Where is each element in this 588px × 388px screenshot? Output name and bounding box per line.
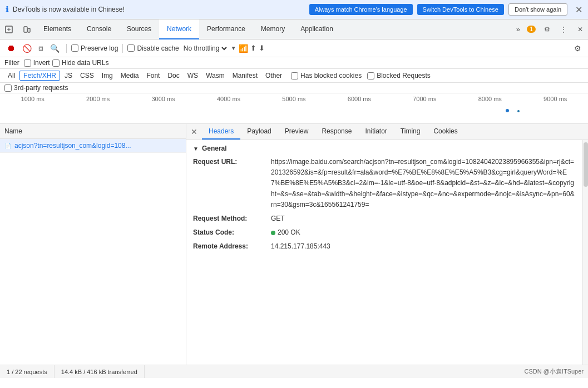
dont-show-again-button[interactable]: Don't show again (508, 3, 567, 16)
type-filter-bar: All Fetch/XHR JS CSS Img Media Font Doc … (0, 69, 588, 83)
hide-data-urls-checkbox[interactable]: Hide data URLs (52, 59, 109, 67)
detail-tab-preview[interactable]: Preview (278, 124, 315, 140)
type-btn-ws[interactable]: WS (184, 71, 201, 80)
svg-rect-2 (28, 28, 30, 32)
warning-badge: 1 (527, 26, 536, 33)
detail-scrollbar-track[interactable] (582, 140, 588, 365)
type-btn-manifest[interactable]: Manifest (229, 71, 261, 80)
throttle-select[interactable]: No throttling (181, 44, 229, 53)
timeline-label-3000: 3000 ms (131, 96, 196, 102)
status-code-row: Status Code: 200 OK (193, 227, 576, 238)
remote-address-row: Remote Address: 14.215.177.185:443 (193, 241, 576, 252)
name-list-item-selected[interactable]: 📄 acjson?tn=resultjson_com&logid=108... (0, 139, 186, 153)
type-btn-doc[interactable]: Doc (164, 71, 182, 80)
request-url-value: https://image.baidu.com/search/acjson?tn… (271, 157, 576, 210)
tab-network[interactable]: Network (159, 19, 199, 39)
watermark: CSDN @小袁ITSuper (520, 367, 588, 376)
type-btn-js[interactable]: JS (61, 71, 76, 80)
tab-console[interactable]: Console (79, 19, 119, 39)
timeline-label-6000: 6000 ms (327, 96, 392, 102)
filter-icon[interactable]: ⧈ (36, 42, 46, 54)
timeline-labels: 1000 ms 2000 ms 3000 ms 4000 ms 5000 ms … (0, 93, 588, 102)
type-btn-wasm[interactable]: Wasm (202, 71, 228, 80)
disable-cache-checkbox[interactable]: Disable cache (127, 44, 179, 52)
thirdparty-input[interactable] (4, 84, 12, 92)
timeline-label-4000: 4000 ms (196, 96, 261, 102)
blocked-requests-input[interactable] (367, 72, 374, 79)
main-area: Name 📄 acjson?tn=resultjson_com&logid=10… (0, 124, 588, 365)
type-btn-all[interactable]: All (4, 71, 18, 80)
type-btn-fetch-xhr[interactable]: Fetch/XHR (19, 71, 60, 81)
invert-checkbox[interactable]: Invert (24, 59, 50, 67)
transferred-size: 14.4 kB / 416 kB transferred (55, 365, 145, 378)
divider-1 (66, 44, 67, 53)
close-icon[interactable]: ✕ (575, 4, 582, 15)
preserve-log-checkbox[interactable]: Preserve log (71, 44, 118, 52)
timeline-label-2000: 2000 ms (65, 96, 130, 102)
thirdparty-checkbox[interactable]: 3rd-party requests (4, 84, 68, 92)
timeline-label-7000: 7000 ms (392, 96, 457, 102)
timeline-bar[interactable] (0, 102, 588, 119)
type-btn-other[interactable]: Other (262, 71, 285, 80)
clear-icon[interactable]: 🚫 (20, 43, 34, 54)
always-match-language-button[interactable]: Always match Chrome's language (309, 4, 413, 15)
status-code-key: Status Code: (193, 227, 271, 238)
detail-scrollbar-thumb[interactable] (584, 142, 588, 187)
has-blocked-cookies-checkbox[interactable]: Has blocked cookies (291, 72, 362, 79)
device-toolbar-icon[interactable] (18, 19, 36, 39)
tab-elements[interactable]: Elements (36, 19, 79, 39)
detail-panel-inner: ▼ General Request URL: https://image.bai… (186, 140, 588, 365)
detail-tab-cookies[interactable]: Cookies (427, 124, 464, 140)
timeline-label-8000: 8000 ms (457, 96, 522, 102)
inspect-icon[interactable] (0, 19, 18, 39)
search-icon[interactable]: 🔍 (48, 43, 62, 54)
name-column-header: Name (0, 124, 186, 139)
throttle-dropdown-icon[interactable]: ▼ (231, 45, 236, 51)
detail-tab-timing[interactable]: Timing (394, 124, 427, 140)
blocked-requests-checkbox[interactable]: Blocked Requests (367, 72, 431, 79)
thirdparty-bar: 3rd-party requests (0, 83, 588, 93)
filter-label: Filter (4, 59, 19, 67)
upload-icon[interactable]: ⬆ (250, 44, 256, 52)
close-devtools-icon[interactable]: ✕ (572, 22, 588, 37)
general-section-title: General (202, 145, 227, 152)
tab-sources[interactable]: Sources (119, 19, 159, 39)
wifi-icon: 📶 (239, 44, 248, 53)
disable-cache-input[interactable] (127, 44, 135, 52)
customize-icon[interactable]: ⋮ (556, 22, 571, 37)
document-icon: 📄 (4, 143, 11, 149)
request-method-value: GET (271, 213, 285, 224)
tab-memory[interactable]: Memory (253, 19, 293, 39)
record-icon[interactable]: ⏺ (4, 42, 18, 54)
switch-to-chinese-button[interactable]: Switch DevTools to Chinese (417, 4, 504, 15)
type-btn-img[interactable]: Img (98, 71, 116, 80)
timeline-dot (506, 109, 509, 112)
detail-content[interactable]: ▼ General Request URL: https://image.bai… (186, 140, 582, 365)
download-icon[interactable]: ⬇ (259, 44, 265, 52)
type-btn-font[interactable]: Font (143, 71, 163, 80)
tab-application[interactable]: Application (293, 19, 341, 39)
svg-rect-1 (24, 27, 27, 32)
type-btn-css[interactable]: CSS (77, 71, 97, 80)
divider-2 (122, 44, 123, 53)
detail-tab-headers[interactable]: Headers (202, 124, 240, 140)
toolbar-settings-icon[interactable]: ⚙ (572, 43, 584, 54)
name-list: 📄 acjson?tn=resultjson_com&logid=108... (0, 139, 186, 365)
request-url-row: Request URL: https://image.baidu.com/sea… (193, 157, 576, 210)
detail-tab-payload[interactable]: Payload (240, 124, 278, 140)
invert-input[interactable] (24, 59, 31, 67)
hide-data-urls-input[interactable] (52, 59, 60, 67)
settings-icon[interactable]: ⚙ (539, 22, 555, 37)
type-btn-media[interactable]: Media (117, 71, 142, 80)
more-tabs-icon[interactable]: » (510, 22, 526, 37)
detail-tab-response[interactable]: Response (315, 124, 358, 140)
status-code-value: 200 OK (271, 227, 300, 238)
toolbar: ⏺ 🚫 ⧈ 🔍 Preserve log Disable cache No th… (0, 39, 588, 57)
remote-address-key: Remote Address: (193, 241, 271, 252)
has-blocked-cookies-input[interactable] (291, 72, 298, 79)
preserve-log-input[interactable] (71, 44, 78, 52)
general-section-header[interactable]: ▼ General (193, 145, 576, 152)
close-detail-icon[interactable]: ✕ (186, 124, 202, 140)
detail-tab-initiator[interactable]: Initiator (358, 124, 393, 140)
tab-performance[interactable]: Performance (199, 19, 253, 39)
